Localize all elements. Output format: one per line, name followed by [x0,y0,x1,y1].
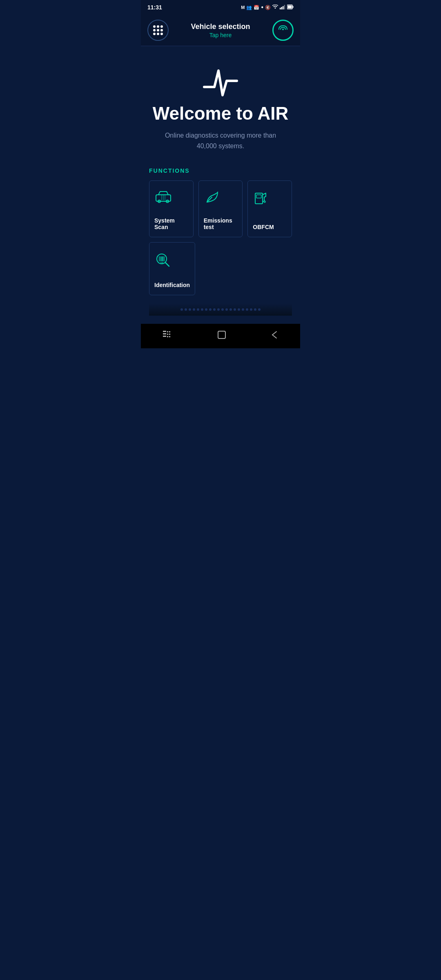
emissions-test-label: Emissions test [204,217,238,230]
svg-rect-36 [218,331,225,339]
status-time: 11:31 [147,4,162,11]
identification-label: Identification [154,282,190,288]
dot-8 [157,33,159,35]
dot-4 [153,29,156,31]
svg-rect-31 [167,334,168,335]
dot-6 [160,29,163,31]
team-icon: 👥 [246,5,252,10]
svg-rect-34 [169,334,170,335]
svg-point-7 [282,29,284,30]
functions-label: FUNCTIONS [149,167,292,174]
functions-grid-row1: System Scan Emissions test [149,180,292,237]
gmail-icon: M [241,5,245,10]
dot-5 [157,29,159,31]
calendar-icon: 📅 [254,5,259,10]
function-card-emissions[interactable]: Emissions test [198,180,243,237]
vehicle-selection-label: Vehicle selection [169,22,272,31]
status-bar: 11:31 M 👥 📅 • 🔇 [141,0,300,15]
dot-7 [153,33,156,35]
svg-point-16 [264,201,265,203]
nav-home-icon[interactable] [217,330,227,342]
fuel-icon [253,189,269,209]
function-card-system-scan[interactable]: System Scan [149,180,194,237]
status-icons: M 👥 📅 • 🔇 [241,4,294,11]
svg-rect-27 [163,331,166,332]
svg-line-18 [165,263,169,266]
battery-icon [287,4,294,11]
menu-button[interactable] [147,20,169,41]
svg-rect-33 [169,331,170,332]
hero-section: Welcome to AIR Online diagnostics coveri… [149,62,292,151]
svg-rect-32 [167,336,168,337]
svg-rect-0 [280,8,281,9]
obfcm-label: OBFCM [253,224,274,230]
mute-icon: 🔇 [265,5,271,10]
welcome-title: Welcome to AIR [153,103,289,124]
function-card-identification[interactable]: VIN Identification [149,242,195,295]
vin-icon: VIN [154,251,172,272]
pulse-waveform-icon [200,62,241,103]
functions-section: FUNCTIONS [149,167,292,295]
wireless-signal-icon [278,24,288,37]
wifi-icon [272,4,278,10]
svg-rect-1 [281,7,283,9]
svg-rect-35 [169,336,170,337]
main-content: Welcome to AIR Online diagnostics coveri… [141,46,300,324]
leaf-icon [204,189,220,209]
tap-here-label: Tap here [169,32,272,38]
svg-text:VIN: VIN [160,262,164,264]
function-card-obfcm[interactable]: OBFCM [247,180,292,237]
svg-rect-30 [167,331,168,332]
svg-rect-3 [284,5,285,9]
app-header: Vehicle selection Tap here [141,15,300,46]
menu-dots-grid [153,25,163,35]
svg-rect-29 [163,336,166,337]
signal-icon [280,4,285,11]
car-scan-icon [154,189,172,207]
welcome-subtitle: Online diagnostics covering more than 40… [163,130,278,151]
dot-1 [153,25,156,28]
nav-menu-icon[interactable] [163,331,173,341]
svg-rect-6 [293,6,294,8]
svg-rect-15 [256,195,261,198]
svg-rect-28 [163,333,166,334]
nav-back-icon[interactable] [271,330,278,342]
system-scan-label: System Scan [154,217,188,230]
header-center[interactable]: Vehicle selection Tap here [169,22,272,38]
nav-bar [141,324,300,348]
svg-rect-2 [283,6,284,9]
signal-button[interactable] [272,20,294,41]
svg-rect-5 [288,5,292,8]
functions-grid-row2: VIN Identification [149,242,292,295]
notification-dot: • [261,4,263,11]
dot-9 [160,33,163,35]
dot-2 [157,25,159,28]
dot-3 [160,25,163,28]
bottom-dots-decoration [149,303,292,316]
